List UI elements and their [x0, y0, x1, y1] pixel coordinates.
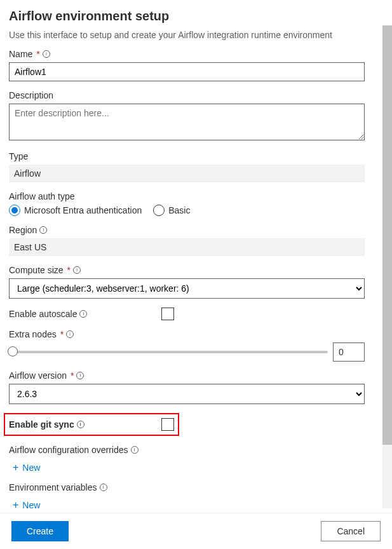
info-icon[interactable]: i — [76, 372, 84, 379]
required-mark: * — [60, 329, 64, 339]
compute-size-select[interactable]: Large (scheduler:3, webserver:1, worker:… — [9, 278, 365, 299]
env-vars-label: Environment variables — [9, 482, 97, 492]
enable-git-sync-label: Enable git sync — [9, 419, 74, 430]
scrollbar-thumb[interactable] — [382, 25, 392, 445]
cancel-button[interactable]: Cancel — [321, 521, 381, 541]
auth-type-entra-label: Microsoft Entra authentication — [24, 205, 142, 215]
info-icon[interactable]: i — [39, 226, 47, 234]
info-icon[interactable]: i — [131, 446, 139, 454]
info-icon[interactable]: i — [77, 421, 84, 428]
config-overrides-label: Airflow configuration overrides — [9, 445, 128, 455]
page-title: Airflow environment setup — [9, 9, 379, 24]
auth-type-label: Airflow auth type — [9, 191, 75, 201]
info-icon[interactable]: i — [79, 310, 87, 318]
extra-nodes-slider[interactable] — [9, 351, 328, 353]
description-label: Description — [9, 90, 53, 100]
info-icon[interactable]: i — [43, 50, 50, 58]
plus-icon: + — [13, 499, 18, 511]
type-label: Type — [9, 151, 28, 161]
description-textarea[interactable] — [9, 104, 365, 140]
enable-git-sync-checkbox[interactable] — [161, 418, 174, 431]
name-input[interactable] — [9, 62, 365, 81]
add-new-label: New — [22, 463, 40, 473]
region-value: East US — [9, 238, 365, 256]
extra-nodes-label: Extra nodes — [9, 329, 57, 339]
enable-git-sync-highlight: Enable git sync i — [4, 413, 179, 436]
required-mark: * — [67, 265, 71, 275]
enable-autoscale-checkbox[interactable] — [161, 308, 174, 320]
compute-size-label: Compute size — [9, 265, 64, 275]
region-label: Region — [9, 225, 37, 235]
radio-icon — [153, 205, 165, 216]
add-env-var-button[interactable]: + New — [13, 499, 40, 511]
type-value: Airflow — [9, 165, 365, 182]
name-label: Name — [9, 49, 32, 59]
required-mark: * — [36, 49, 39, 59]
airflow-version-select[interactable]: 2.6.3 — [9, 384, 365, 404]
airflow-version-label: Airflow version — [9, 370, 67, 381]
info-icon[interactable]: i — [100, 484, 107, 491]
add-new-label: New — [22, 500, 40, 510]
radio-icon — [9, 205, 20, 216]
auth-type-entra-radio[interactable]: Microsoft Entra authentication — [9, 205, 142, 216]
info-icon[interactable]: i — [73, 266, 81, 274]
auth-type-basic-radio[interactable]: Basic — [153, 205, 190, 216]
add-config-override-button[interactable]: + New — [13, 462, 40, 473]
plus-icon: + — [13, 462, 18, 473]
create-button[interactable]: Create — [11, 521, 69, 541]
extra-nodes-value[interactable]: 0 — [333, 342, 365, 362]
scrollbar[interactable] — [382, 25, 392, 508]
auth-type-basic-label: Basic — [168, 205, 190, 215]
slider-thumb-icon[interactable] — [8, 346, 18, 356]
enable-autoscale-label: Enable autoscale — [9, 309, 77, 319]
page-subtitle: Use this interface to setup and create y… — [9, 30, 379, 40]
info-icon[interactable]: i — [66, 330, 74, 338]
required-mark: * — [71, 370, 74, 381]
